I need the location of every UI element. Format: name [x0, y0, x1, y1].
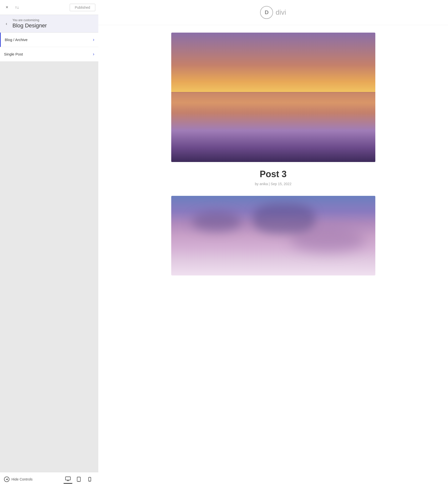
post-image-3 — [171, 33, 375, 162]
customizing-header: ‹ You are customizing Blog Designer — [0, 15, 98, 33]
menu-item-single-post[interactable]: Single Post › — [0, 47, 98, 61]
right-panel: D divi Post 3 by anika | Sep 15, 2022 — [98, 0, 448, 486]
chevron-right-icon: › — [93, 37, 94, 42]
tablet-icon — [77, 477, 81, 482]
sort-button[interactable]: ↑↓ — [13, 3, 21, 11]
close-button[interactable]: × — [3, 3, 11, 11]
logo-text: divi — [276, 8, 286, 16]
cloud-shapes — [171, 196, 375, 275]
sort-icon: ↑↓ — [15, 5, 19, 10]
sunset-reflection — [171, 92, 375, 162]
svg-rect-0 — [65, 477, 70, 480]
hide-arrow-icon: ◀ — [6, 478, 8, 481]
svg-point-6 — [90, 480, 90, 481]
menu-item-blog-archive[interactable]: Blog / Archive › — [0, 33, 98, 47]
left-panel: × ↑↓ Published ‹ You are customizing Blo… — [0, 0, 98, 486]
menu-item-label: Single Post — [4, 52, 23, 56]
desktop-view-button[interactable] — [63, 475, 72, 484]
sky-image — [171, 196, 375, 275]
desktop-icon — [65, 477, 71, 481]
hide-controls-icon: ◀ — [4, 477, 9, 482]
post-image-2 — [171, 196, 375, 275]
site-header: D divi — [98, 0, 448, 25]
empty-area — [0, 62, 98, 472]
back-button[interactable]: ‹ — [3, 20, 10, 27]
logo-area: D divi — [260, 6, 286, 19]
sunset-image — [171, 33, 375, 162]
blog-post-card-3: Post 3 by anika | Sep 15, 2022 — [171, 33, 375, 186]
logo-circle: D — [260, 6, 273, 19]
bottom-bar: ◀ Hide Controls — [0, 472, 98, 486]
main-content: Post 3 by anika | Sep 15, 2022 — [98, 25, 448, 486]
post-meta-3: by anika | Sep 15, 2022 — [171, 182, 375, 186]
customizing-title: Blog Designer — [12, 22, 95, 29]
mobile-view-button[interactable] — [85, 475, 94, 484]
menu-items: Blog / Archive › Single Post › — [0, 33, 98, 62]
post-title-3: Post 3 — [171, 169, 375, 179]
svg-point-4 — [79, 481, 79, 481]
top-bar: × ↑↓ Published — [0, 0, 98, 15]
hide-controls-label: Hide Controls — [11, 477, 33, 481]
menu-item-label: Blog / Archive — [5, 38, 28, 42]
published-button[interactable]: Published — [70, 4, 96, 11]
close-icon: × — [6, 5, 8, 10]
back-icon: ‹ — [6, 21, 7, 26]
device-buttons — [63, 475, 94, 484]
hide-controls-button[interactable]: ◀ Hide Controls — [4, 477, 33, 482]
chevron-right-icon: › — [93, 52, 94, 57]
mobile-icon — [88, 477, 91, 482]
tablet-view-button[interactable] — [74, 475, 83, 484]
customizing-label: You are customizing — [12, 18, 95, 22]
cloud-1 — [192, 212, 241, 232]
cloud-3 — [253, 204, 315, 234]
blog-post-card-2 — [171, 196, 375, 275]
